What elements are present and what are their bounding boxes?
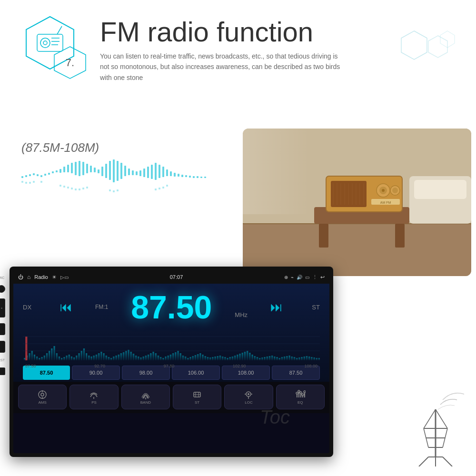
svg-rect-199 — [242, 353, 243, 360]
svg-rect-72 — [79, 188, 80, 190]
svg-rect-36 — [109, 161, 111, 180]
svg-rect-125 — [61, 358, 62, 360]
back-icon[interactable]: ↩ — [320, 274, 325, 280]
svg-rect-39 — [120, 163, 122, 179]
freq-label-4: 102.90 — [233, 364, 246, 368]
svg-rect-222 — [298, 357, 300, 360]
svg-rect-110 — [24, 358, 25, 360]
svg-rect-69 — [67, 187, 69, 188]
svg-rect-221 — [296, 358, 298, 360]
svg-rect-65 — [33, 181, 35, 183]
svg-rect-52 — [170, 171, 172, 176]
svg-rect-155 — [133, 354, 134, 360]
svg-rect-48 — [155, 163, 157, 180]
svg-point-102 — [382, 189, 385, 192]
back-nav-button[interactable] — [0, 298, 5, 317]
svg-rect-228 — [313, 357, 315, 360]
svg-rect-30 — [86, 164, 88, 173]
svg-rect-210 — [269, 356, 270, 360]
svg-rect-165 — [158, 356, 159, 360]
svg-rect-224 — [304, 357, 305, 360]
band-button[interactable]: BAND — [121, 385, 170, 409]
st-label: ST — [306, 304, 320, 311]
svg-rect-153 — [128, 350, 129, 360]
svg-rect-144 — [106, 356, 107, 360]
svg-rect-67 — [60, 185, 61, 187]
svg-rect-27 — [75, 162, 77, 175]
svg-rect-159 — [143, 357, 144, 360]
svg-line-268 — [443, 457, 452, 466]
eq-button[interactable]: EQ — [276, 385, 325, 409]
decorative-hex-group — [400, 29, 457, 71]
svg-rect-42 — [132, 170, 134, 175]
svg-rect-130 — [73, 357, 75, 360]
screen-icon[interactable]: ▭ — [305, 275, 309, 280]
svg-rect-174 — [180, 353, 181, 360]
svg-rect-133 — [81, 351, 82, 360]
spectrum-viz: 87.50 92.70 97.80 102.90 108.00 — [23, 327, 320, 363]
mic-label: MIC — [0, 276, 4, 279]
brightness-icon[interactable]: ☀ — [52, 274, 57, 280]
gps-icon: ⊕ — [284, 275, 288, 280]
svg-rect-170 — [170, 355, 171, 360]
svg-rect-124 — [59, 357, 60, 360]
power-button[interactable] — [0, 285, 5, 293]
svg-rect-24 — [63, 167, 65, 172]
svg-rect-151 — [123, 352, 124, 360]
svg-rect-119 — [46, 353, 48, 360]
svg-rect-152 — [125, 351, 127, 360]
svg-rect-202 — [249, 353, 250, 360]
svg-rect-34 — [101, 167, 103, 176]
svg-rect-131 — [76, 356, 77, 360]
ps-icon — [89, 390, 99, 399]
svg-rect-226 — [308, 357, 310, 360]
svg-point-255 — [298, 390, 300, 392]
svg-rect-112 — [29, 353, 30, 360]
ps-button[interactable]: PS — [69, 385, 118, 409]
rst-button[interactable] — [0, 367, 5, 375]
svg-rect-123 — [56, 353, 58, 360]
svg-rect-148 — [115, 356, 117, 360]
svg-rect-117 — [41, 357, 42, 360]
svg-rect-13 — [21, 176, 23, 178]
svg-rect-32 — [94, 168, 96, 172]
svg-rect-109 — [243, 129, 309, 214]
power-icon[interactable]: ⏻ — [18, 274, 23, 280]
svg-rect-87 — [395, 224, 405, 248]
svg-marker-10 — [401, 31, 427, 60]
svg-rect-187 — [212, 357, 213, 360]
svg-rect-44 — [139, 170, 141, 176]
svg-rect-74 — [86, 187, 88, 188]
svg-line-267 — [419, 457, 428, 466]
home-icon[interactable]: ⌂ — [27, 274, 30, 280]
vol-down-button[interactable] — [0, 341, 5, 353]
bluetooth-icon: ⌁ — [291, 275, 294, 280]
svg-rect-162 — [150, 353, 151, 360]
svg-rect-38 — [117, 161, 119, 181]
svg-rect-188 — [214, 357, 216, 360]
ams-button[interactable]: AMS — [18, 385, 67, 409]
volume-icon[interactable]: 🔊 — [297, 275, 302, 280]
hex-icon-container: 7. — [24, 14, 76, 73]
next-track-button[interactable]: ⏭ — [270, 300, 283, 315]
svg-rect-214 — [279, 358, 280, 360]
svg-rect-54 — [178, 174, 179, 177]
svg-point-256 — [300, 392, 302, 394]
svg-rect-146 — [110, 358, 112, 360]
svg-rect-77 — [117, 189, 119, 191]
svg-rect-154 — [130, 352, 132, 360]
svg-rect-18 — [40, 175, 42, 177]
prev-track-button[interactable]: ⏮ — [60, 300, 72, 315]
sound-wave-viz — [21, 157, 207, 195]
svg-rect-80 — [162, 187, 164, 188]
media-icon[interactable]: ▷▭ — [60, 275, 69, 280]
svg-rect-108 — [414, 180, 466, 199]
svg-rect-182 — [199, 353, 201, 360]
vol-up-button[interactable] — [0, 323, 5, 335]
svg-rect-211 — [271, 356, 273, 360]
st-button[interactable]: ST — [173, 385, 221, 409]
mhz-unit: MHz — [235, 311, 248, 323]
menu-icon[interactable]: ⋮ — [312, 274, 317, 280]
svg-rect-195 — [232, 357, 233, 360]
loc-button[interactable]: LOC — [224, 385, 273, 409]
